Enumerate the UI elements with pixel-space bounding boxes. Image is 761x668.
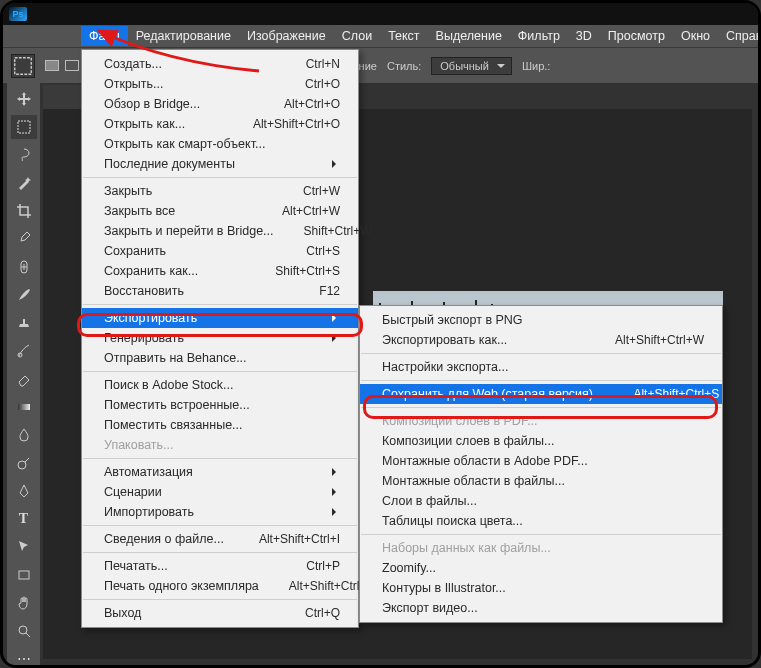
menu-separator: [83, 525, 357, 526]
menu-select[interactable]: Выделение: [428, 26, 510, 46]
menuitem-open-smart[interactable]: Открыть как смарт-объект...: [82, 134, 358, 154]
menuitem-export-video[interactable]: Экспорт видео...: [360, 598, 722, 618]
menu-separator: [361, 353, 721, 354]
menuitem-place-embedded[interactable]: Поместить встроенные...: [82, 395, 358, 415]
chevron-right-icon: [332, 508, 340, 516]
menu-separator: [83, 304, 357, 305]
selection-add-icon[interactable]: [65, 60, 79, 71]
menu-3d[interactable]: 3D: [568, 26, 600, 46]
tools-panel: T ⋯: [7, 83, 40, 668]
menu-filter[interactable]: Фильтр: [510, 26, 568, 46]
path-selection-tool-icon[interactable]: [11, 535, 37, 559]
menu-separator: [83, 599, 357, 600]
magic-wand-tool-icon[interactable]: [11, 171, 37, 195]
rectangle-tool-icon[interactable]: [11, 563, 37, 587]
menuitem-scripts[interactable]: Сценарии: [82, 482, 358, 502]
type-tool-icon[interactable]: T: [11, 507, 37, 531]
menuitem-open[interactable]: Открыть...Ctrl+O: [82, 74, 358, 94]
gradient-tool-icon[interactable]: [11, 395, 37, 419]
eyedropper-tool-icon[interactable]: [11, 227, 37, 251]
dodge-tool-icon[interactable]: [11, 451, 37, 475]
edit-toolbar-icon[interactable]: ⋯: [11, 647, 37, 668]
eraser-tool-icon[interactable]: [11, 367, 37, 391]
menu-separator: [361, 380, 721, 381]
menu-help[interactable]: Справка: [718, 26, 761, 46]
menuitem-file-info[interactable]: Сведения о файле...Alt+Shift+Ctrl+I: [82, 529, 358, 549]
menuitem-recent[interactable]: Последние документы: [82, 154, 358, 174]
selection-new-icon[interactable]: [45, 60, 59, 71]
crop-tool-icon[interactable]: [11, 199, 37, 223]
pen-tool-icon[interactable]: [11, 479, 37, 503]
menuitem-layer-comps-pdf: Композиции слоев в PDF...: [360, 411, 722, 431]
photoshop-logo: Ps: [9, 7, 27, 21]
menuitem-place-linked[interactable]: Поместить связанные...: [82, 415, 358, 435]
brush-tool-icon[interactable]: [11, 283, 37, 307]
chevron-right-icon: [332, 334, 340, 342]
menu-separator: [361, 407, 721, 408]
menuitem-export-prefs[interactable]: Настройки экспорта...: [360, 357, 722, 377]
menuitem-automate[interactable]: Автоматизация: [82, 462, 358, 482]
menuitem-save[interactable]: СохранитьCtrl+S: [82, 241, 358, 261]
menuitem-export[interactable]: Экспортировать: [82, 308, 358, 328]
menuitem-layers-files[interactable]: Слои в файлы...: [360, 491, 722, 511]
menuitem-print[interactable]: Печатать...Ctrl+P: [82, 556, 358, 576]
menuitem-layer-comps-files[interactable]: Композиции слоев в файлы...: [360, 431, 722, 451]
svg-rect-6: [19, 571, 29, 579]
menu-separator: [361, 534, 721, 535]
menuitem-browse-bridge[interactable]: Обзор в Bridge...Alt+Ctrl+O: [82, 94, 358, 114]
healing-brush-tool-icon[interactable]: [11, 255, 37, 279]
menuitem-export-as[interactable]: Экспортировать как...Alt+Shift+Ctrl+W: [360, 330, 722, 350]
menuitem-artboards-pdf[interactable]: Монтажные области в Adobe PDF...: [360, 451, 722, 471]
history-brush-tool-icon[interactable]: [11, 339, 37, 363]
menuitem-artboards-files[interactable]: Монтажные области в файлы...: [360, 471, 722, 491]
svg-point-7: [19, 626, 27, 634]
chevron-right-icon: [332, 314, 340, 322]
menu-edit[interactable]: Редактирование: [128, 26, 239, 46]
lasso-tool-icon[interactable]: [11, 143, 37, 167]
menuitem-close-all[interactable]: Закрыть всеAlt+Ctrl+W: [82, 201, 358, 221]
hand-tool-icon[interactable]: [11, 591, 37, 615]
chevron-right-icon: [332, 160, 340, 168]
chevron-right-icon: [332, 488, 340, 496]
menuitem-generate[interactable]: Генерировать: [82, 328, 358, 348]
menuitem-open-as[interactable]: Открыть как...Alt+Shift+Ctrl+O: [82, 114, 358, 134]
menuitem-package: Упаковать...: [82, 435, 358, 455]
svg-rect-1: [18, 121, 30, 133]
menuitem-zoomify[interactable]: Zoomify...: [360, 558, 722, 578]
move-tool-icon[interactable]: [11, 87, 37, 111]
menu-separator: [83, 371, 357, 372]
menuitem-paths-illustrator[interactable]: Контуры в Illustrator...: [360, 578, 722, 598]
menuitem-quick-export-png[interactable]: Быстрый экспорт в PNG: [360, 310, 722, 330]
menuitem-close[interactable]: ЗакрытьCtrl+W: [82, 181, 358, 201]
menuitem-color-lookup[interactable]: Таблицы поиска цвета...: [360, 511, 722, 531]
menuitem-revert[interactable]: ВосстановитьF12: [82, 281, 358, 301]
menuitem-datasets: Наборы данных как файлы...: [360, 538, 722, 558]
clone-stamp-tool-icon[interactable]: [11, 311, 37, 335]
menuitem-print-one[interactable]: Печать одного экземпляраAlt+Shift+Ctrl+P: [82, 576, 358, 596]
menuitem-import[interactable]: Импортировать: [82, 502, 358, 522]
menu-file[interactable]: Файл: [81, 26, 128, 46]
width-label: Шир.:: [522, 60, 550, 72]
menubar: Файл Редактирование Изображение Слои Тек…: [3, 25, 758, 47]
menu-separator: [83, 458, 357, 459]
export-submenu: Быстрый экспорт в PNG Экспортировать как…: [359, 305, 723, 623]
menu-separator: [83, 552, 357, 553]
menu-window[interactable]: Окно: [673, 26, 718, 46]
menu-view[interactable]: Просмотр: [600, 26, 673, 46]
zoom-tool-icon[interactable]: [11, 619, 37, 643]
menuitem-exit[interactable]: ВыходCtrl+Q: [82, 603, 358, 623]
style-dropdown[interactable]: Обычный: [431, 57, 512, 75]
menuitem-save-for-web[interactable]: Сохранить для Web (старая версия)...Alt+…: [360, 384, 722, 404]
menuitem-save-as[interactable]: Сохранить как...Shift+Ctrl+S: [82, 261, 358, 281]
menuitem-close-bridge[interactable]: Закрыть и перейти в Bridge...Shift+Ctrl+…: [82, 221, 358, 241]
menu-layer[interactable]: Слои: [334, 26, 380, 46]
svg-point-5: [18, 461, 26, 469]
menuitem-behance[interactable]: Отправить на Behance...: [82, 348, 358, 368]
menuitem-create[interactable]: Создать...Ctrl+N: [82, 54, 358, 74]
marquee-tool-preset-icon[interactable]: [11, 54, 35, 78]
marquee-tool-icon[interactable]: [11, 115, 37, 139]
menu-type[interactable]: Текст: [380, 26, 427, 46]
menuitem-adobe-stock[interactable]: Поиск в Adobe Stock...: [82, 375, 358, 395]
menu-image[interactable]: Изображение: [239, 26, 334, 46]
blur-tool-icon[interactable]: [11, 423, 37, 447]
